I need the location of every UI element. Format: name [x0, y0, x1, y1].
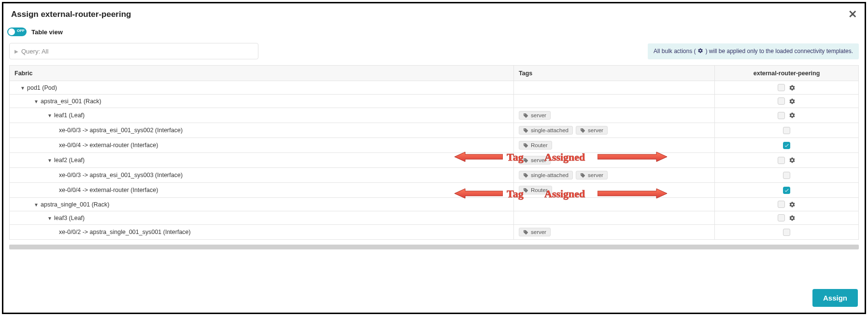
table-row: ▼apstra_single_001 (Rack) [10, 198, 859, 211]
assign-checkbox[interactable] [778, 201, 785, 208]
tag-chip[interactable]: server [519, 156, 551, 165]
chevron-down-icon[interactable]: ▼ [47, 216, 52, 221]
fabric-node-label: apstra_single_001 (Rack) [41, 201, 109, 208]
assign-button[interactable]: Assign [812, 289, 858, 307]
assign-checkbox[interactable] [778, 214, 785, 221]
table-view-toggle[interactable]: OFF [7, 27, 27, 36]
table-row: ▼pod1 (Pod) [10, 81, 859, 95]
col-fabric-header: Fabric [10, 66, 514, 81]
chevron-down-icon[interactable]: ▼ [34, 202, 39, 207]
col-tags-header: Tags [514, 66, 715, 81]
fabric-node-label: xe-0/0/3 -> apstra_esi_001_sys003 (Inter… [59, 172, 183, 179]
table-row: ▼apstra_esi_001 (Rack) [10, 95, 859, 108]
col-assign-header: external-router-peering [715, 66, 859, 81]
table-row: xe-0/0/2 -> apstra_single_001_sys001 (In… [10, 225, 859, 240]
info-text-before: All bulk actions ( [654, 48, 696, 55]
table-row: xe-0/0/4 -> external-router (Interface)R… [10, 138, 859, 153]
gear-icon[interactable] [789, 84, 796, 91]
fabric-node-label: xe-0/0/4 -> external-router (Interface) [59, 142, 158, 149]
toggle-knob [8, 28, 15, 35]
query-input[interactable]: ▶ Query: All [9, 43, 258, 59]
caret-right-icon: ▶ [14, 49, 18, 54]
table-row: xe-0/0/3 -> apstra_esi_001_sys003 (Inter… [10, 168, 859, 183]
info-text-after: ) will be applied only to the loaded con… [705, 48, 853, 55]
assign-checkbox[interactable] [783, 229, 790, 236]
gear-icon[interactable] [789, 157, 796, 164]
fabric-node-label: leaf2 (Leaf) [54, 157, 85, 164]
tag-chip[interactable]: server [519, 111, 551, 120]
fabric-node-label: xe-0/0/2 -> apstra_single_001_sys001 (In… [59, 229, 191, 235]
gear-icon[interactable] [789, 201, 796, 208]
assign-checkbox[interactable] [778, 157, 785, 164]
assign-checkbox[interactable] [783, 187, 790, 194]
assign-checkbox[interactable] [778, 84, 785, 91]
gear-icon[interactable] [789, 215, 796, 221]
assign-checkbox[interactable] [783, 127, 790, 134]
query-label: Query: All [21, 48, 48, 55]
gear-icon[interactable] [789, 112, 796, 119]
tag-chip[interactable]: single-attached [519, 126, 573, 135]
fabric-node-label: xe-0/0/4 -> external-router (Interface) [59, 187, 158, 193]
tag-chip[interactable]: server [576, 126, 608, 135]
toggle-off-label: OFF [17, 28, 25, 33]
fabric-node-label: pod1 (Pod) [27, 84, 57, 91]
close-icon[interactable]: ✕ [848, 9, 857, 20]
assign-checkbox[interactable] [778, 112, 785, 119]
fabric-table: Fabric Tags external-router-peering ▼pod… [9, 65, 859, 240]
chevron-down-icon[interactable]: ▼ [47, 113, 52, 118]
tag-chip[interactable]: server [519, 228, 551, 236]
table-row: ▼leaf1 (Leaf)server [10, 108, 859, 123]
table-row: ▼leaf3 (Leaf) [10, 211, 859, 225]
table-row: ▼leaf2 (Leaf)server [10, 153, 859, 168]
gear-icon [697, 48, 703, 55]
fabric-node-label: leaf1 (Leaf) [54, 112, 85, 119]
tag-chip[interactable]: Router [519, 141, 552, 150]
scrollbar[interactable] [9, 245, 859, 249]
assign-checkbox[interactable] [783, 142, 790, 149]
chevron-down-icon[interactable]: ▼ [34, 99, 39, 104]
assign-checkbox[interactable] [778, 97, 785, 105]
fabric-node-label: xe-0/0/3 -> apstra_esi_001_sys002 (Inter… [59, 127, 183, 134]
chevron-down-icon[interactable]: ▼ [47, 158, 52, 163]
page-title: Assign external-router-peering [11, 10, 131, 19]
assign-checkbox[interactable] [783, 172, 790, 179]
info-banner: All bulk actions ( ) will be applied onl… [648, 43, 859, 59]
fabric-node-label: leaf3 (Leaf) [54, 215, 85, 221]
tag-chip[interactable]: server [576, 171, 608, 179]
tag-chip[interactable]: single-attached [519, 171, 573, 179]
table-row: xe-0/0/4 -> external-router (Interface)R… [10, 183, 859, 198]
table-row: xe-0/0/3 -> apstra_esi_001_sys002 (Inter… [10, 123, 859, 138]
tag-chip[interactable]: Router [519, 186, 552, 194]
gear-icon[interactable] [789, 98, 796, 105]
chevron-down-icon[interactable]: ▼ [20, 85, 25, 91]
fabric-node-label: apstra_esi_001 (Rack) [41, 98, 101, 105]
table-view-label: Table view [31, 28, 63, 36]
